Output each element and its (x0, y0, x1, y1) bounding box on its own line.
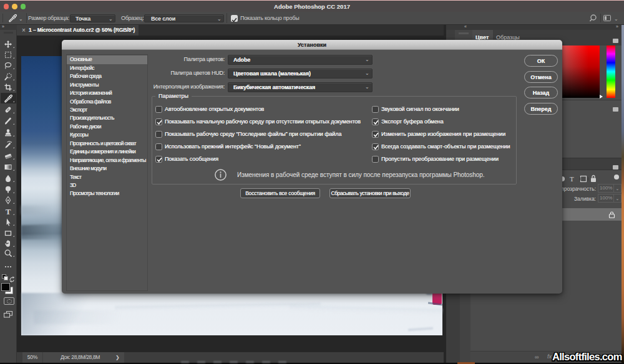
svg-text:T: T (570, 175, 574, 183)
svg-text:T: T (6, 207, 11, 216)
